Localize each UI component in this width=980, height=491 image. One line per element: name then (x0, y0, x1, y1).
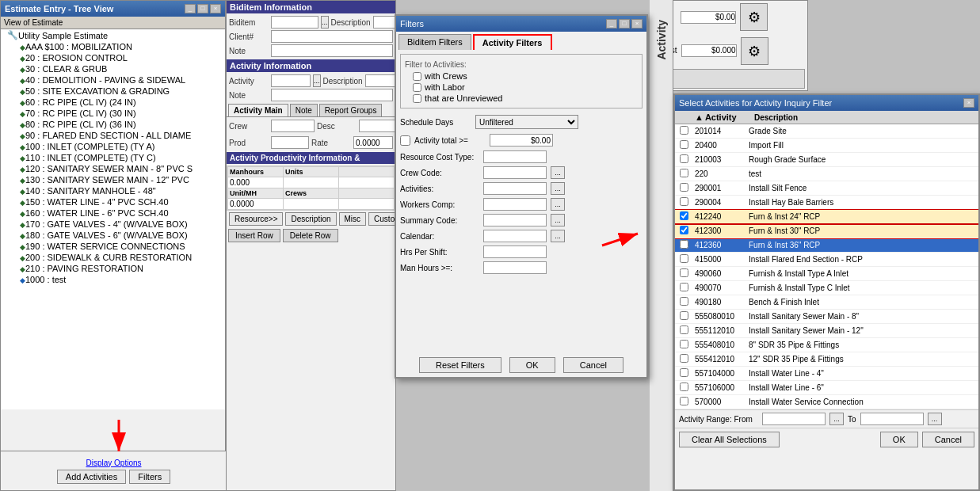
maximize-btn[interactable]: □ (197, 4, 208, 13)
workers-comp-browse[interactable]: ... (551, 198, 565, 211)
client-input[interactable] (271, 30, 393, 43)
tab-activity-main[interactable]: Activity Main (228, 104, 288, 116)
table-row[interactable]: 210003Rough Grade Surface (675, 153, 978, 167)
note-input[interactable] (271, 44, 393, 57)
tree-item[interactable]: ◆ 110 : INLET (COMPLETE) (TY C) (1, 152, 225, 163)
prod-input[interactable] (271, 136, 309, 149)
with-labor-check[interactable] (413, 83, 421, 92)
activity-input[interactable] (271, 74, 311, 87)
tree-item[interactable]: ◆ 70 : RC PIPE (CL IV) (30 IN) (1, 108, 225, 119)
row-checkbox[interactable] (680, 183, 688, 192)
delete-row-btn[interactable]: Delete Row (283, 229, 338, 242)
tree-item[interactable]: ◆ 190 : WATER SERVICE CONNECTIONS (1, 241, 225, 252)
resource-btn[interactable]: Resource>> (229, 212, 283, 226)
filters-close-btn[interactable]: × (631, 19, 643, 29)
display-options-link[interactable]: Display Options (86, 459, 141, 467)
range-from-input[interactable] (762, 413, 826, 425)
tree-item[interactable]: ◆ 150 : WATER LINE - 4" PVC SCH.40 (1, 196, 225, 207)
filters-btn[interactable]: Filters (129, 470, 170, 484)
filters-ok-btn[interactable]: OK (509, 357, 555, 373)
row-checkbox[interactable] (680, 340, 688, 348)
activity-browse-btn[interactable]: ... (313, 74, 321, 87)
range-to-input[interactable] (860, 413, 924, 425)
with-crews-check[interactable] (413, 72, 421, 81)
activities-input[interactable] (483, 182, 547, 195)
insert-row-btn[interactable]: Insert Row (228, 229, 280, 242)
tree-item[interactable]: ◆ 80 : RC PIPE (CL IV) (36 IN) (1, 119, 225, 130)
row-checkbox[interactable] (680, 154, 688, 163)
table-row[interactable]: 201014Grade Site (675, 124, 978, 139)
calendar-browse[interactable]: ... (551, 230, 565, 242)
filters-cancel-btn[interactable]: Cancel (563, 357, 623, 373)
gear-icon[interactable]: ⚙ (740, 3, 768, 31)
calendar-input[interactable] (483, 230, 547, 242)
crew-input[interactable] (271, 120, 315, 132)
summary-code-browse[interactable]: ... (551, 214, 565, 226)
row-checkbox[interactable] (680, 283, 688, 291)
tree-item[interactable]: ◆ 30 : CLEAR & GRUB (1, 63, 225, 74)
tab-note[interactable]: Note (290, 104, 318, 116)
crew-code-browse[interactable]: ... (551, 166, 565, 179)
sa-close-btn[interactable]: × (963, 98, 974, 108)
row-checkbox[interactable] (680, 197, 688, 206)
filters-max-btn[interactable]: □ (619, 19, 630, 29)
resource-cost-input[interactable] (483, 150, 547, 163)
table-row[interactable]: 412360Furn & Inst 36" RCP (675, 238, 978, 253)
summary-code-input[interactable] (483, 214, 547, 226)
table-row[interactable]: 490060Furnish & Install Type A Inlet (675, 267, 978, 281)
tab-activity-filters[interactable]: Activity Filters (473, 34, 552, 50)
tree-item[interactable]: ◆ 100 : INLET (COMPLETE) (TY A) (1, 141, 225, 152)
table-row[interactable]: 220test (675, 167, 978, 181)
reset-filters-btn[interactable]: Reset Filters (419, 357, 501, 373)
table-row[interactable]: 555112010Install Sanitary Sewer Main - 1… (675, 324, 978, 338)
table-row[interactable]: 557106000Install Water Line - 6" (675, 381, 978, 395)
ucost-input[interactable] (681, 44, 737, 57)
crew-code-input[interactable] (483, 166, 547, 179)
tree-item[interactable]: ◆ 130 : SANITARY SEWER MAIN - 12" PVC (1, 174, 225, 185)
row-checkbox[interactable] (680, 311, 688, 320)
activity-col-header[interactable]: ▲ Activity (692, 112, 752, 122)
tree-item[interactable]: ◆ 120 : SANITARY SEWER MAIN - 8" PVC S (1, 163, 225, 174)
tree-item[interactable]: ◆ 210 : PAVING RESTORATION (1, 263, 225, 274)
table-row[interactable]: 20400Import Fill (675, 139, 978, 153)
unreviewed-check[interactable] (413, 94, 421, 103)
table-row[interactable]: 570000Install Water Service Connection (675, 395, 978, 409)
row-checkbox[interactable] (680, 325, 688, 334)
tree-item[interactable]: ◆ 40 : DEMOLITION - PAVING & SIDEWAL (1, 74, 225, 86)
activities-browse[interactable]: ... (551, 182, 565, 195)
workers-comp-input[interactable] (483, 198, 547, 211)
tree-item[interactable]: ◆ 180 : GATE VALVES - 6" (W/VALVE BOX) (1, 230, 225, 241)
activity-total-check[interactable] (400, 135, 410, 146)
table-row[interactable]: 490180Bench & Finish Inlet (675, 295, 978, 310)
range-from-browse[interactable]: ... (829, 413, 844, 425)
biditem-browse-btn[interactable]: ... (321, 16, 329, 29)
settings-icon[interactable]: ⚙ (741, 37, 768, 65)
tree-item[interactable]: ◆ 200 : SIDEWALK & CURB RESTORATION (1, 252, 225, 263)
description-btn[interactable]: Description (285, 212, 336, 226)
minimize-btn[interactable]: _ (185, 4, 196, 13)
tab-report-groups[interactable]: Report Groups (319, 104, 383, 116)
sa-ok-btn[interactable]: OK (880, 432, 918, 447)
table-row[interactable]: 557104000Install Water Line - 4" (675, 367, 978, 381)
tree-item[interactable]: ◆ 1000 : test (1, 274, 225, 285)
row-checkbox[interactable] (680, 397, 688, 405)
row-checkbox[interactable] (680, 226, 688, 234)
tree-item[interactable]: ◆ 140 : SANITARY MANHOLE - 48" (1, 185, 225, 196)
tree-item[interactable]: ◆ AAA $100 : MOBILIZATION (1, 41, 225, 52)
table-row[interactable]: 412240Furn & Inst 24" RCP (675, 210, 978, 224)
row-checkbox[interactable] (680, 383, 688, 391)
row-checkbox[interactable] (680, 297, 688, 306)
table-row[interactable]: 5554080108" SDR 35 Pipe & Fittings (675, 338, 978, 352)
tree-item[interactable]: ◆ 60 : RC PIPE (CL IV) (24 IN) (1, 97, 225, 108)
table-row[interactable]: 412300Furn & Inst 30" RCP (675, 224, 978, 238)
man-hours-input[interactable] (483, 261, 547, 274)
row-checkbox[interactable] (680, 169, 688, 177)
clear-all-btn[interactable]: Clear All Selections (679, 432, 780, 447)
schedule-select[interactable]: Unfiltered (475, 115, 578, 129)
tab-biditem-filters[interactable]: Biditem Filters (398, 34, 471, 50)
cost-input[interactable] (681, 11, 736, 24)
table-row[interactable]: 555080010Install Sanitary Sewer Main - 8… (675, 310, 978, 324)
row-checkbox[interactable] (680, 368, 688, 377)
hrs-per-shift-input[interactable] (483, 246, 547, 258)
table-row[interactable]: 55541201012" SDR 35 Pipe & Fittings (675, 352, 978, 367)
